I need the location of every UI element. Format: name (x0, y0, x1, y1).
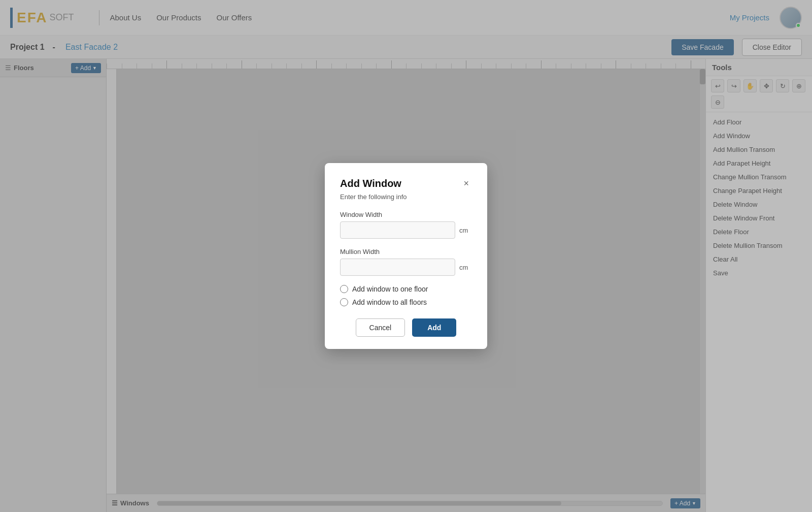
cancel-button[interactable]: Cancel (356, 318, 405, 337)
window-width-unit: cm (459, 227, 472, 234)
radio-one-floor[interactable] (340, 285, 348, 293)
modal-header: Add Window × (340, 177, 472, 190)
radio-all-floors[interactable] (340, 298, 348, 306)
mullion-width-input-row: cm (340, 259, 472, 276)
window-width-field: Window Width cm (340, 211, 472, 239)
modal-overlay: Add Window × Enter the following info Wi… (0, 0, 812, 512)
radio-all-floors-text: Add window to all floors (352, 298, 427, 306)
radio-all-floors-label[interactable]: Add window to all floors (340, 298, 472, 306)
add-button[interactable]: Add (412, 318, 456, 337)
window-width-input-row: cm (340, 221, 472, 239)
mullion-width-input[interactable] (340, 259, 455, 276)
window-width-input[interactable] (340, 221, 455, 239)
mullion-width-label: Mullion Width (340, 248, 472, 255)
modal-radios: Add window to one floor Add window to al… (340, 285, 472, 306)
radio-one-floor-text: Add window to one floor (352, 285, 428, 293)
mullion-width-field: Mullion Width cm (340, 248, 472, 276)
window-width-label: Window Width (340, 211, 472, 218)
modal-subtitle: Enter the following info (340, 193, 472, 201)
add-window-modal: Add Window × Enter the following info Wi… (325, 163, 487, 349)
modal-close-button[interactable]: × (460, 177, 472, 190)
modal-title: Add Window (340, 178, 401, 189)
modal-actions: Cancel Add (340, 318, 472, 337)
radio-one-floor-label[interactable]: Add window to one floor (340, 285, 472, 293)
mullion-width-unit: cm (459, 264, 472, 271)
